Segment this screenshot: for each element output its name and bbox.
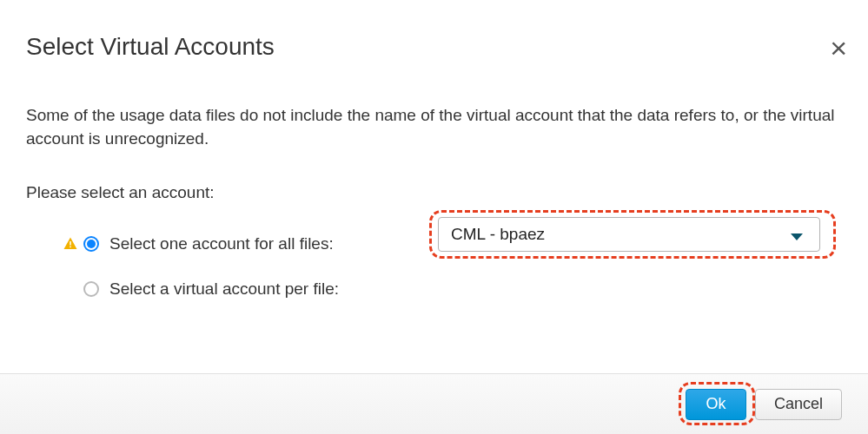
ok-button[interactable]: Ok (686, 389, 746, 420)
warning-icon (63, 236, 78, 252)
option-all-files-label: Select one account for all files: (109, 234, 334, 253)
close-button[interactable]: × (830, 33, 847, 62)
option-per-file-row: Select a virtual account per file: (26, 272, 842, 306)
radio-all-files[interactable] (83, 236, 99, 252)
ok-button-wrap: Ok (686, 389, 746, 420)
dialog-footer: Ok Cancel (0, 373, 868, 434)
cancel-button[interactable]: Cancel (755, 389, 842, 420)
dialog-title: Select Virtual Accounts (26, 33, 842, 61)
account-dropdown[interactable]: CML - bpaez (438, 217, 820, 252)
svg-rect-0 (70, 241, 71, 246)
svg-rect-1 (70, 247, 71, 248)
select-virtual-accounts-dialog: × Select Virtual Accounts Some of the us… (0, 0, 868, 434)
dialog-body: × Select Virtual Accounts Some of the us… (0, 0, 868, 373)
dialog-description: Some of the usage data files do not incl… (26, 104, 842, 150)
radio-per-file[interactable] (83, 281, 99, 297)
option-per-file-label: Select a virtual account per file: (109, 279, 339, 299)
chevron-down-icon (790, 228, 804, 247)
account-dropdown-wrap: CML - bpaez (438, 217, 820, 252)
account-dropdown-value: CML - bpaez (451, 225, 545, 244)
account-prompt: Please select an account: (26, 183, 842, 202)
